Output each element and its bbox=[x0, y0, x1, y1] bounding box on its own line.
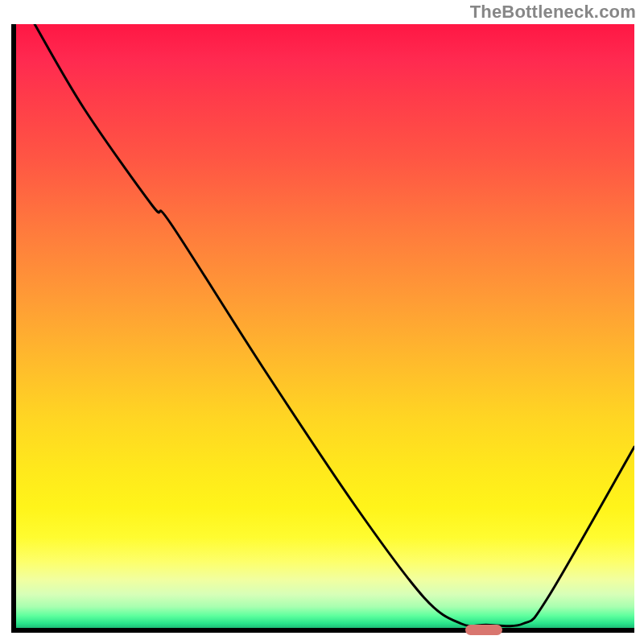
gradient-background bbox=[16, 24, 634, 628]
watermark-text: TheBottleneck.com bbox=[470, 2, 636, 23]
plot-area bbox=[11, 24, 634, 633]
optimum-indicator bbox=[465, 625, 502, 635]
